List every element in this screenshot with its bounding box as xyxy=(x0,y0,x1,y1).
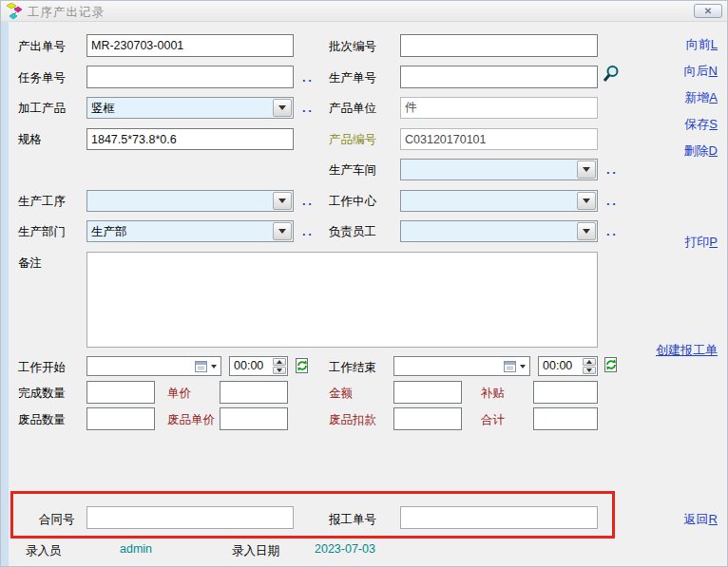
work-end-label: 工作结束 xyxy=(329,360,376,376)
workshop-combo[interactable] xyxy=(400,159,598,180)
product-lookup-button[interactable]: ·· xyxy=(302,106,315,116)
process-lookup-button[interactable]: ·· xyxy=(302,199,315,209)
add-text: 新增 xyxy=(684,90,709,104)
close-icon: ✕ xyxy=(704,6,712,16)
save-mnemonic: S xyxy=(709,117,718,131)
delete-link[interactable]: 删除D xyxy=(684,142,718,160)
batch-no-input[interactable] xyxy=(400,34,598,57)
finished-qty-input[interactable] xyxy=(86,381,155,404)
entry-by-value: admin xyxy=(120,542,152,556)
nav-prev-mnemonic: L xyxy=(711,37,718,51)
back-text: 返回 xyxy=(684,512,709,526)
window-title: 工序产出记录 xyxy=(28,5,105,21)
scrap-price-input[interactable] xyxy=(220,407,288,430)
product-label: 加工产品 xyxy=(18,101,66,117)
report-no-label: 报工单号 xyxy=(329,512,376,528)
refresh-icon[interactable] xyxy=(603,356,620,373)
scrap-qty-input[interactable] xyxy=(86,407,155,430)
department-label: 生产部门 xyxy=(18,224,66,240)
product-combo[interactable]: 竖框 xyxy=(86,97,294,119)
subsidy-input[interactable] xyxy=(533,381,598,404)
work-center-combo[interactable] xyxy=(400,190,598,212)
calendar-icon xyxy=(504,361,516,372)
unit-field xyxy=(400,97,598,119)
work-end-time-spinner[interactable]: 00:00 xyxy=(538,356,598,376)
work-start-date-picker[interactable] xyxy=(86,356,221,376)
work-start-time-value: 00:00 xyxy=(230,357,273,375)
spec-label: 规格 xyxy=(18,132,42,148)
chevron-down-icon xyxy=(520,365,526,369)
work-end-time-value: 00:00 xyxy=(539,357,583,375)
product-code-label: 产品编号 xyxy=(329,132,376,148)
nav-next-text: 向后 xyxy=(684,64,709,78)
spin-down-icon[interactable] xyxy=(273,367,286,374)
chevron-down-icon[interactable] xyxy=(273,222,292,240)
output-no-input[interactable] xyxy=(86,34,294,57)
amount-input[interactable] xyxy=(393,381,462,404)
department-combo[interactable]: 生产部 xyxy=(86,220,294,242)
total-input[interactable] xyxy=(533,407,598,430)
work-end-date-picker[interactable] xyxy=(393,356,530,376)
spec-input[interactable] xyxy=(86,128,294,150)
add-link[interactable]: 新增A xyxy=(684,89,718,106)
refresh-icon[interactable] xyxy=(294,357,311,374)
work-center-lookup-button[interactable]: ·· xyxy=(606,199,619,209)
create-report-link[interactable]: 创建报工单 xyxy=(656,342,718,359)
work-start-label: 工作开始 xyxy=(18,360,66,376)
print-link[interactable]: 打印P xyxy=(684,234,718,251)
chevron-down-icon[interactable] xyxy=(273,192,292,210)
delete-mnemonic: D xyxy=(709,143,718,158)
report-no-input[interactable] xyxy=(400,506,598,529)
process-label: 生产工序 xyxy=(18,194,66,210)
workshop-lookup-button[interactable]: ·· xyxy=(606,168,619,178)
scrap-deduction-input[interactable] xyxy=(393,407,462,430)
employee-lookup-button[interactable]: ·· xyxy=(606,230,619,239)
employee-combo-value xyxy=(401,221,576,241)
process-output-record-window: 工序产出记录 ✕ 产出单号 批次编号 任务单号 ·· 生产单号 加工产品 竖框 … xyxy=(0,0,728,567)
task-no-input[interactable] xyxy=(86,66,294,88)
unit-label: 产品单位 xyxy=(329,101,376,117)
remarks-label: 备注 xyxy=(18,255,42,272)
subsidy-label: 补贴 xyxy=(481,386,505,402)
spin-up-icon[interactable] xyxy=(273,358,286,366)
unit-price-input[interactable] xyxy=(220,381,288,404)
spin-down-icon[interactable] xyxy=(583,367,596,374)
nav-prev-link[interactable]: 向前L xyxy=(686,36,718,53)
product-combo-value: 竖框 xyxy=(87,98,272,118)
production-no-input[interactable] xyxy=(400,66,598,88)
employee-combo[interactable] xyxy=(400,220,598,242)
task-no-label: 任务单号 xyxy=(18,70,66,86)
save-text: 保存 xyxy=(684,117,709,131)
contract-no-input[interactable] xyxy=(86,506,294,529)
spin-up-icon[interactable] xyxy=(583,358,596,366)
work-center-combo-value xyxy=(401,191,576,211)
close-button[interactable]: ✕ xyxy=(694,4,722,18)
entry-by-label: 录入员 xyxy=(26,543,62,559)
search-icon[interactable] xyxy=(602,64,621,85)
window-left-border xyxy=(1,21,10,566)
chevron-down-icon[interactable] xyxy=(577,192,596,210)
back-link[interactable]: 返回R xyxy=(684,511,718,528)
process-combo[interactable] xyxy=(86,190,294,212)
batch-no-label: 批次编号 xyxy=(329,39,376,55)
chevron-down-icon[interactable] xyxy=(577,161,596,179)
nav-prev-text: 向前 xyxy=(686,37,711,51)
workflow-icon xyxy=(6,3,25,20)
department-lookup-button[interactable]: ·· xyxy=(302,230,315,239)
titlebar: 工序产出记录 ✕ xyxy=(1,1,727,22)
work-start-time-spinner[interactable]: 00:00 xyxy=(229,356,288,376)
calendar-icon xyxy=(195,361,207,372)
scrap-deduction-label: 废品扣款 xyxy=(329,412,376,428)
chevron-down-icon[interactable] xyxy=(273,99,292,117)
finished-qty-label: 完成数量 xyxy=(18,386,66,402)
unit-price-label: 单价 xyxy=(167,386,191,402)
production-no-label: 生产单号 xyxy=(329,70,376,86)
nav-next-link[interactable]: 向后N xyxy=(684,63,718,80)
nav-next-mnemonic: N xyxy=(709,64,718,78)
workshop-label: 生产车间 xyxy=(329,162,376,179)
task-no-lookup-button[interactable]: ·· xyxy=(302,76,315,85)
remarks-textarea[interactable] xyxy=(86,252,598,348)
chevron-down-icon[interactable] xyxy=(577,222,596,240)
delete-text: 删除 xyxy=(684,143,709,158)
save-link[interactable]: 保存S xyxy=(684,116,718,133)
